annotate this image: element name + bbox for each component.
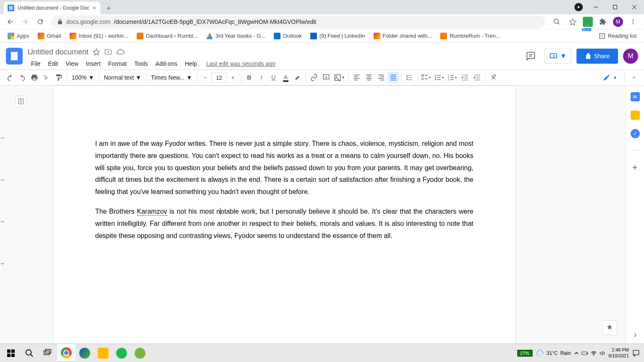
image-button[interactable]: ▼ — [332, 72, 346, 83]
editing-mode-dropdown[interactable]: ▼ — [599, 71, 621, 84]
bookmark-item[interactable]: Inbox (91) - workin... — [66, 31, 132, 41]
increase-indent-button[interactable] — [471, 72, 483, 83]
clock[interactable]: 2:49 PM 9/10/2021 — [608, 347, 629, 358]
hide-sidepanel-button[interactable] — [632, 332, 639, 339]
document-page[interactable]: I am in awe of the way Fyodor writes. Th… — [53, 85, 516, 344]
close-tab-icon[interactable]: × — [93, 5, 96, 11]
apps-bookmark[interactable]: Apps — [4, 31, 33, 41]
last-edit-link[interactable]: Last edit was seconds ago — [206, 60, 275, 67]
docs-logo[interactable] — [6, 48, 23, 65]
bold-button[interactable]: B — [243, 72, 255, 83]
italic-button[interactable]: I — [255, 72, 267, 83]
collapse-toolbar-button[interactable] — [628, 72, 640, 83]
battery-indicator[interactable]: 27% — [517, 350, 532, 357]
browser-tab[interactable]: Untitled document - Google Doc × — [3, 2, 100, 14]
number-list-button[interactable]: 123▼ — [446, 72, 459, 83]
decrease-font-button[interactable]: − — [199, 72, 211, 83]
text-color-button[interactable]: A — [280, 72, 291, 83]
present-button[interactable]: ▼ — [545, 49, 571, 64]
bullet-list-button[interactable]: ▼ — [433, 72, 446, 83]
font-dropdown[interactable]: Times New...▼ — [148, 72, 195, 83]
bookmark-item[interactable]: (9) Feed | LinkedIn — [307, 31, 369, 41]
notifications-button[interactable] — [632, 349, 640, 357]
extension-icon[interactable] — [583, 17, 593, 27]
checklist-button[interactable]: ▼ — [420, 72, 433, 83]
clear-formatting-button[interactable] — [488, 72, 499, 83]
forward-button[interactable] — [18, 15, 32, 28]
menu-format[interactable]: Format — [105, 59, 130, 68]
paragraph[interactable]: The Brothers Karamzov is not his most no… — [95, 206, 473, 242]
align-justify-button[interactable] — [387, 72, 399, 83]
back-button[interactable] — [3, 15, 17, 28]
menu-addons[interactable]: Add-ons — [152, 59, 181, 68]
keep-sidebar-icon[interactable] — [631, 111, 640, 120]
outline-toggle-button[interactable] — [15, 96, 27, 107]
weather-widget[interactable]: 31°C Rain — [536, 349, 571, 357]
style-dropdown[interactable]: Normal text▼ — [101, 72, 144, 83]
edge-taskbar-icon[interactable] — [75, 344, 94, 362]
zoom-page-icon[interactable] — [551, 16, 563, 28]
chrome-menu-icon[interactable] — [627, 16, 639, 28]
tray-chevron-icon[interactable] — [574, 351, 579, 356]
cloud-status-icon[interactable] — [116, 48, 125, 56]
spellcheck-button[interactable]: A — [41, 72, 52, 83]
align-left-button[interactable] — [351, 72, 363, 83]
menu-file[interactable]: File — [28, 59, 44, 68]
star-document-icon[interactable] — [93, 48, 100, 56]
start-button[interactable] — [2, 344, 20, 362]
minimize-button[interactable] — [586, 0, 605, 14]
comment-button[interactable] — [320, 72, 332, 83]
chrome-taskbar-icon[interactable] — [57, 344, 75, 362]
highlight-button[interactable] — [292, 72, 304, 83]
utorrent-taskbar-icon[interactable] — [131, 344, 149, 362]
reload-button[interactable] — [34, 15, 47, 28]
paint-format-button[interactable] — [53, 72, 65, 83]
align-right-button[interactable] — [375, 72, 387, 83]
explorer-taskbar-icon[interactable] — [94, 344, 112, 362]
addons-plus-button[interactable]: + — [632, 162, 638, 173]
new-tab-button[interactable]: + — [103, 3, 114, 14]
decrease-indent-button[interactable] — [459, 72, 471, 83]
bookmark-item[interactable]: Dashboard ‹ Rumbl... — [133, 31, 201, 41]
bookmark-star-icon[interactable] — [567, 16, 579, 28]
system-tray[interactable] — [574, 350, 605, 356]
explore-button[interactable] — [602, 320, 617, 335]
media-control-icon[interactable] — [574, 3, 583, 11]
menu-edit[interactable]: Edit — [45, 59, 62, 68]
reading-list-button[interactable]: Reading list — [595, 31, 640, 41]
print-button[interactable] — [29, 72, 40, 83]
spotify-taskbar-icon[interactable] — [112, 344, 131, 362]
menu-insert[interactable]: Insert — [83, 59, 104, 68]
document-title[interactable]: Untitled document — [28, 48, 88, 57]
task-view-button[interactable] — [39, 344, 57, 362]
vertical-ruler[interactable]: 1 2 3 4 — [0, 85, 8, 344]
font-size-input[interactable]: 12 — [211, 72, 226, 83]
bookmark-item[interactable]: 3rd Year books - G... — [203, 31, 269, 41]
battery-icon[interactable] — [582, 351, 588, 356]
share-button[interactable]: Share — [576, 49, 618, 64]
maximize-button[interactable] — [605, 0, 625, 14]
tasks-sidebar-icon[interactable] — [631, 129, 640, 138]
close-window-button[interactable] — [625, 0, 644, 14]
move-document-icon[interactable] — [104, 48, 112, 56]
comments-button[interactable] — [522, 49, 540, 64]
bookmark-item[interactable]: Gmail — [34, 31, 65, 41]
calendar-sidebar-icon[interactable] — [631, 92, 640, 101]
bookmark-item[interactable]: Folder shared with... — [370, 31, 436, 41]
link-button[interactable] — [308, 72, 320, 83]
account-avatar[interactable]: M — [623, 49, 638, 64]
address-bar[interactable]: docs.google.com/document/d/1A2TGoEB-5pgB… — [51, 16, 545, 28]
line-spacing-button[interactable] — [404, 72, 415, 83]
bookmark-item[interactable]: RumbleRum - Tren... — [437, 31, 504, 41]
wifi-icon[interactable] — [591, 350, 597, 356]
menu-help[interactable]: Help — [182, 59, 200, 68]
zoom-dropdown[interactable]: 100%▼ — [69, 72, 97, 83]
profile-avatar[interactable]: M — [613, 17, 623, 27]
undo-button[interactable] — [4, 72, 16, 83]
spelling-error[interactable]: Karamzov — [137, 208, 167, 216]
redo-button[interactable] — [16, 72, 28, 83]
menu-tools[interactable]: Tools — [131, 59, 151, 68]
search-button[interactable] — [20, 344, 39, 362]
paragraph[interactable]: I am in awe of the way Fyodor writes. Th… — [95, 138, 473, 198]
increase-font-button[interactable]: + — [227, 72, 239, 83]
